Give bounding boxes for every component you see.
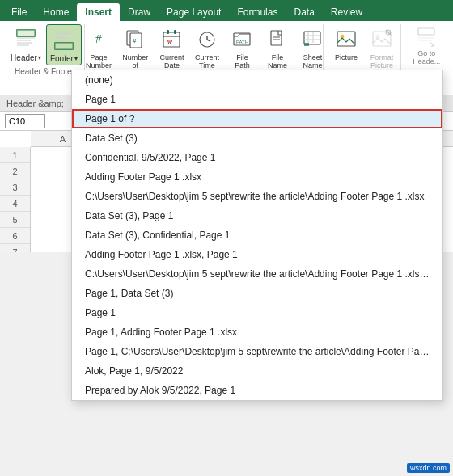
svg-rect-25 [271,31,282,45]
picture-icon [333,26,359,52]
current-time-label: CurrentTime [195,53,219,70]
svg-text:📅: 📅 [166,39,173,46]
row-headers: 1234567 [0,147,31,252]
dropdown-item-dataset3_conf[interactable]: Data Set (3), Confidential, Page 1 [72,225,442,245]
dropdown-item-page1ofq[interactable]: Page 1 of ? [72,109,442,128]
svg-rect-36 [373,32,391,46]
row-header-6: 6 [0,228,30,244]
ribbon-group-navigate: Go toHeade... [404,24,448,67]
format-picture-icon [369,26,395,52]
footer-label: Footer ▾ [50,54,78,63]
goto-header-button[interactable]: Go toHeade... [409,24,443,67]
sheet-name-icon [299,26,325,52]
svg-rect-11 [55,43,73,49]
ribbon-tab-review[interactable]: Review [323,3,370,21]
name-box[interactable] [5,114,45,128]
file-name-icon [265,26,290,52]
page-number-icon: # [86,26,112,52]
ribbon-tabs: FileHomeInsertDrawPage LayoutFormulasDat… [0,0,453,21]
svg-rect-34 [337,32,355,46]
file-name-label: FileName [268,53,287,70]
current-date-button[interactable]: 📅 CurrentDate [156,24,188,71]
dropdown-item-prepared[interactable]: Prepared by Alok 9/5/2022, Page 1 [72,381,442,400]
dropdown-item-adding_footer_page1[interactable]: Adding Footer Page 1 .xlsx, Page 1 [72,245,442,264]
row-header-2: 2 [0,163,30,179]
header-footer-group-label: Header & Footer [15,67,74,76]
header-button[interactable]: Header ▾ [7,24,44,65]
svg-rect-17 [167,30,169,34]
header-footer-label: Header &amp; [6,99,64,108]
dropdown-item-page1_adding[interactable]: Page 1, Adding Footer Page 1 .xlsx [72,322,442,342]
file-path-button[interactable]: PATH FilePath [226,24,259,71]
svg-rect-40 [418,28,434,35]
dropdown-item-path_long[interactable]: C:\Users\User\Desktop\jim 5 sept\rewrite… [72,187,442,206]
row-header-1: 1 [0,147,30,163]
svg-rect-18 [174,30,176,34]
dropdown-item-dataset3_page1[interactable]: Data Set (3), Page 1 [72,206,442,225]
svg-rect-1 [17,30,35,36]
dropdown-item-path_page1[interactable]: C:\Users\User\Desktop\jim 5 sept\rewrite… [72,264,442,284]
current-date-icon: 📅 [159,26,184,52]
svg-rect-28 [304,32,320,44]
format-picture-button[interactable]: FormatPicture [366,24,398,71]
row-header-7: 7 [0,244,30,252]
dropdown-item-none[interactable]: (none) [72,70,442,90]
file-path-icon: PATH [229,26,255,52]
ribbon-tab-home[interactable]: Home [35,3,77,21]
current-time-button[interactable]: CurrentTime [191,24,223,71]
ribbon-tab-insert[interactable]: Insert [77,3,120,21]
dropdown-item-page1_path[interactable]: Page 1, C:\Users\User\Desktop\jim 5 sept… [72,342,442,361]
number-of-pages-icon: # [122,26,148,52]
format-picture-label: FormatPicture [370,53,394,70]
footer-button[interactable]: Footer ▾ [46,24,82,65]
dropdown-item-confidential[interactable]: Confidential, 9/5/2022, Page 1 [72,148,442,167]
svg-line-22 [207,40,210,41]
current-time-icon [194,26,220,52]
goto-header-icon [416,26,437,49]
row-header-5: 5 [0,212,30,228]
current-date-label: CurrentDate [159,53,184,70]
goto-header-label: Go toHeade... [413,49,440,65]
ribbon-tab-data[interactable]: Data [286,3,322,21]
dropdown-item-alok[interactable]: Alok, Page 1, 9/5/2022 [72,361,442,381]
ribbon-tab-draw[interactable]: Draw [120,3,159,21]
sheet-name-label: SheetName [303,53,322,70]
dropdown-item-page1[interactable]: Page 1 [72,90,442,109]
dropdown-item-adding_footer[interactable]: Adding Footer Page 1 .xlsx [72,167,442,187]
footer-dropdown[interactable]: (none)Page 1Page 1 of ?Data Set (3)Confi… [71,70,443,401]
header-label: Header ▾ [11,53,41,62]
row-header-4: 4 [0,196,30,212]
watermark: wsxdn.com [407,463,450,473]
ribbon: FileHomeInsertDrawPage LayoutFormulasDat… [0,0,453,21]
dropdown-item-dataset3[interactable]: Data Set (3) [72,128,442,148]
picture-button[interactable]: Picture [330,24,362,71]
picture-label: Picture [335,53,358,61]
file-name-button[interactable]: FileName [261,24,294,71]
page-number-label: PageNumber [86,53,112,70]
page-number-button[interactable]: # PageNumber [83,24,115,71]
ribbon-group-picture: Picture FormatPicture [327,24,401,73]
file-path-label: FilePath [235,53,250,70]
dropdown-item-page1_only[interactable]: Page 1 [72,303,442,322]
footer-icon [51,27,77,53]
svg-text:PATH: PATH [236,40,248,44]
sheet-name-button[interactable]: SheetName [297,24,329,71]
dropdown-item-page1_dataset3[interactable]: Page 1, Data Set (3) [72,284,442,303]
header-icon [13,26,39,52]
svg-text:#: # [133,37,137,44]
ribbon-tab-page-layout[interactable]: Page Layout [159,3,229,21]
svg-rect-29 [304,43,309,46]
ribbon-tab-formulas[interactable]: Formulas [229,3,286,21]
ribbon-tab-file[interactable]: File [3,3,35,21]
ribbon-group-header-footer: Header ▾ Footer ▾ Header & Footer [5,24,85,76]
row-header-3: 3 [0,179,30,196]
